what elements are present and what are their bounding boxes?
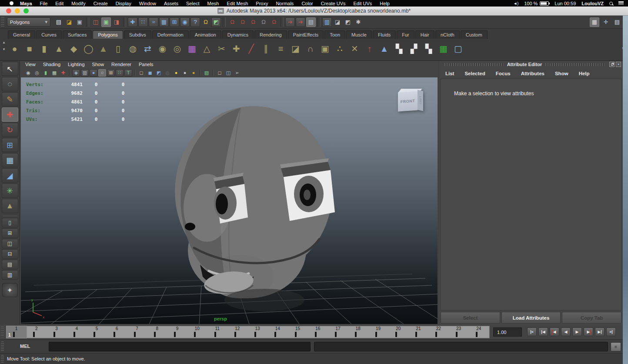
timeline-frame-2[interactable]: 2 <box>27 326 47 338</box>
poly-torus-icon[interactable]: ◯ <box>82 42 95 55</box>
shelf-tab-muscle[interactable]: Muscle <box>346 30 372 39</box>
show-manipulator-tool[interactable]: ✳ <box>2 184 18 198</box>
shelf-tab-surfaces[interactable]: Surfaces <box>63 30 92 39</box>
viewport-menu-shading[interactable]: Shading <box>43 62 60 69</box>
menubar-item-modify[interactable]: Modify <box>71 1 85 6</box>
light-off-icon[interactable]: ● <box>181 69 189 77</box>
select-dynamics-icon[interactable]: ◉ <box>180 17 190 27</box>
step-back-key-button[interactable]: ◀ <box>550 327 559 336</box>
poly-platonic-icon[interactable]: ◍ <box>126 42 140 55</box>
timeline-frame-11[interactable]: 11 <box>208 326 228 338</box>
select-by-component-icon[interactable]: ◨ <box>112 17 121 27</box>
spotlight-search-icon[interactable] <box>609 2 613 5</box>
mel-label[interactable]: MEL <box>20 344 30 349</box>
shelf-selector[interactable]: ▴ ▾ <box>1 40 7 51</box>
panel-restore-icon[interactable] <box>609 62 615 67</box>
select-tool[interactable]: ↖ <box>2 62 18 76</box>
film-gate-icon[interactable]: ▥ <box>81 69 89 77</box>
lock-selection-icon[interactable]: Ω <box>201 17 210 27</box>
spherical-mapping-icon[interactable]: ▚ <box>422 42 435 55</box>
extrude-icon[interactable]: ↑ <box>363 42 376 55</box>
window-titlebar[interactable]: MB Autodesk Maya 2013 x64: /Users/Loulou… <box>0 7 628 16</box>
bookmark-icon[interactable]: ▮ <box>42 69 50 77</box>
menubar-item-edit-uvs[interactable]: Edit UVs <box>354 1 372 6</box>
planar-mapping-icon[interactable]: ▚ <box>392 42 406 55</box>
shelf-tab-fluids[interactable]: Fluids <box>373 30 396 39</box>
open-scene-icon[interactable]: ◪ <box>64 17 74 27</box>
select-handles-icon[interactable]: ✚ <box>128 17 137 27</box>
select-button[interactable]: Select <box>441 312 500 324</box>
viewport-menu-view[interactable]: View <box>25 62 36 69</box>
timeline-frame-6[interactable]: 6 <box>107 326 127 338</box>
model-head[interactable] <box>175 106 335 311</box>
menubar-item-maya[interactable]: Maya <box>20 1 32 6</box>
camera-attributes-icon[interactable]: ◎ <box>33 69 41 77</box>
shelf-tab-hair[interactable]: Hair <box>415 30 434 39</box>
rotate-tool[interactable]: ↻ <box>2 123 18 137</box>
render-settings-icon[interactable]: ✱ <box>354 17 363 27</box>
step-forward-key-button[interactable]: ▶ <box>584 327 593 336</box>
select-misc-icon[interactable]: ? <box>190 17 200 27</box>
menubar-item-edit-mesh[interactable]: Edit Mesh <box>227 1 248 6</box>
render-view-icon[interactable]: ▥ <box>322 17 332 27</box>
volume-icon[interactable]: ◄) <box>513 1 518 6</box>
poly-plane-icon[interactable]: ◆ <box>67 42 80 55</box>
script-editor-icon[interactable]: ≡ <box>611 342 621 351</box>
shelf-tab-animation[interactable]: Animation <box>190 30 221 39</box>
viewport-menu-panels[interactable]: Panels <box>139 62 154 69</box>
hypershade-persp-layout-button[interactable]: ▤ <box>2 260 18 269</box>
statusline-drag-handle[interactable] <box>1 17 4 27</box>
shadows-icon[interactable]: ◍ <box>164 69 171 77</box>
load-attributes-button[interactable]: Load Attributes <box>501 312 561 324</box>
view-cube-side-face[interactable]: LEFT <box>418 90 423 111</box>
fill-hole-icon[interactable]: ▣ <box>318 42 332 55</box>
input-connections-icon[interactable]: ➔ <box>285 17 295 27</box>
timeline-frame-7[interactable]: 7 <box>127 326 147 338</box>
default-lighting-icon[interactable]: ◻ <box>137 69 145 77</box>
timeline-frame-18[interactable]: 18 <box>348 326 368 338</box>
shaded-textured-icon[interactable]: ∷ <box>116 69 124 77</box>
shelf-tab-dynamics[interactable]: Dynamics <box>222 30 254 39</box>
select-by-object-icon[interactable]: ▣ <box>101 17 111 27</box>
menu-set-dropdown[interactable]: Polygons ▾ <box>7 17 50 27</box>
interactive-split-icon[interactable]: ✂ <box>215 42 228 55</box>
reduce-icon[interactable]: △ <box>200 42 214 55</box>
command-line-drag-handle[interactable] <box>1 341 4 351</box>
new-scene-icon[interactable]: ▤ <box>54 17 63 27</box>
timeline-frame-21[interactable]: 21 <box>409 326 429 338</box>
timeline-frame-8[interactable]: 8 <box>147 326 167 338</box>
shelf-tab-curves[interactable]: Curves <box>36 30 62 39</box>
timeline-frame-10[interactable]: 10 <box>187 326 207 338</box>
step-back-frame-button[interactable]: |◀ <box>538 327 548 336</box>
step-forward-frame-button[interactable]: ▶| <box>595 327 605 336</box>
copy-tab-button[interactable]: Copy Tab <box>562 312 621 324</box>
timeline-drag-handle[interactable] <box>1 327 4 337</box>
menubar-item-file[interactable]: File <box>40 1 48 6</box>
smooth-shade-icon[interactable]: ● <box>90 69 97 77</box>
isolate-select-icon[interactable]: ◈ <box>72 69 80 77</box>
save-scene-icon[interactable]: ▣ <box>75 17 84 27</box>
current-time-field[interactable]: 1.00 <box>493 327 522 337</box>
timeline-frame-4[interactable]: 4 <box>67 326 87 338</box>
wireframe-icon[interactable]: ○ <box>98 69 106 77</box>
select-points-icon[interactable]: ∷ <box>138 17 148 27</box>
texture-hud-icon[interactable]: T <box>124 69 132 77</box>
shelf-tab-custom[interactable]: Custom <box>461 30 488 39</box>
shelf-tab-ncloth[interactable]: nCloth <box>435 30 460 39</box>
timeline-frame-13[interactable]: 13 <box>248 326 268 338</box>
merge-vertices-icon[interactable]: ∴ <box>333 42 347 55</box>
timeline-frame-16[interactable]: 16 <box>308 326 328 338</box>
poly-pipe-icon[interactable]: ▯ <box>111 42 125 55</box>
view-cube-front-face[interactable]: FRONT <box>398 91 418 111</box>
light-on-icon[interactable]: ● <box>172 69 180 77</box>
highlight-selection-icon[interactable]: ◩ <box>211 17 221 27</box>
shelf-tab-toon[interactable]: Toon <box>324 30 345 39</box>
automatic-mapping-icon[interactable]: ▦ <box>437 42 450 55</box>
close-window-button[interactable] <box>6 8 11 13</box>
shelf-tab-rendering[interactable]: Rendering <box>254 30 287 39</box>
poly-cone-icon[interactable]: ▲ <box>52 42 66 55</box>
paint-select-tool[interactable]: ✎ <box>2 92 18 107</box>
timeline-frame-19[interactable]: 19 <box>369 326 389 338</box>
bevel-icon[interactable]: ◪ <box>289 42 302 55</box>
minimize-window-button[interactable] <box>15 8 20 13</box>
